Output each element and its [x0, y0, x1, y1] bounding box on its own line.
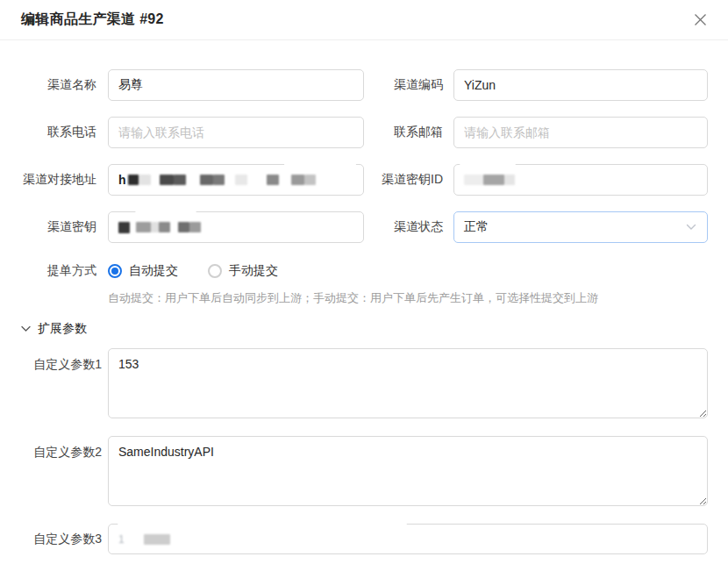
- redacted-value: [464, 175, 515, 185]
- radio-option-label: 自动提交: [129, 263, 178, 279]
- field-contact-phone: 联系电话: [12, 117, 364, 148]
- radio-selected-icon: [108, 264, 122, 278]
- redaction-blob: [284, 157, 356, 171]
- form-row: 渠道密钥 渠道状态: [12, 211, 728, 243]
- field-custom-param-1: 自定义参数1 153: [12, 348, 728, 418]
- field-channel-name: 渠道名称: [12, 69, 364, 101]
- channel-code-input[interactable]: [453, 69, 708, 101]
- field-channel-status: 渠道状态 正常: [364, 211, 708, 243]
- close-icon[interactable]: [691, 11, 709, 29]
- custom-param-2-textarea[interactable]: SameIndustryAPI: [108, 436, 708, 506]
- form-row: 联系电话 联系邮箱: [12, 117, 728, 148]
- custom-param-1-textarea[interactable]: 153: [108, 348, 708, 418]
- redacted-value: [144, 534, 170, 545]
- channel-code-label: 渠道编码: [364, 77, 443, 93]
- extended-params-section-toggle[interactable]: 扩展参数: [21, 321, 728, 337]
- radio-manual-submit[interactable]: 手动提交: [208, 263, 278, 279]
- channel-key-id-label: 渠道密钥ID: [364, 172, 443, 188]
- custom-param-1-label: 自定义参数1: [12, 348, 102, 373]
- channel-key-id-input[interactable]: [453, 164, 708, 196]
- channel-name-input[interactable]: [108, 69, 364, 101]
- field-channel-key-id: 渠道密钥ID: [364, 164, 708, 196]
- contact-phone-input[interactable]: [108, 117, 364, 148]
- channel-name-label: 渠道名称: [12, 77, 96, 93]
- custom-param-3-textarea[interactable]: 1: [108, 524, 708, 554]
- contact-email-label: 联系邮箱: [364, 125, 443, 140]
- field-submit-mode: 提单方式 自动提交 手动提交: [12, 263, 728, 279]
- submit-mode-help-text: 自动提交：用户下单后自动同步到上游；手动提交：用户下单后先产生订单，可选择性提交…: [108, 290, 728, 306]
- field-channel-code: 渠道编码: [364, 69, 708, 101]
- redacted-value: [128, 175, 316, 185]
- contact-email-input[interactable]: [453, 117, 708, 148]
- channel-secret-label: 渠道密钥: [12, 219, 96, 235]
- redacted-value-prefix: h: [118, 173, 126, 187]
- field-contact-email: 联系邮箱: [364, 117, 708, 148]
- radio-unselected-icon: [208, 264, 222, 278]
- modal-header: 编辑商品生产渠道 #92: [0, 0, 728, 40]
- redaction-blob: [460, 157, 516, 169]
- submit-mode-label: 提单方式: [12, 263, 96, 279]
- channel-secret-input[interactable]: [108, 211, 364, 243]
- redaction-blob: [135, 204, 196, 216]
- custom-param-2-label: 自定义参数2: [12, 436, 102, 460]
- modal-title: 编辑商品生产渠道 #92: [21, 11, 164, 29]
- channel-status-value: 正常: [464, 219, 489, 235]
- field-channel-api-url: 渠道对接地址 h: [12, 164, 364, 196]
- form-row: 渠道对接地址 h: [12, 164, 728, 196]
- redacted-value-prefix: 1: [118, 533, 125, 546]
- channel-api-url-input[interactable]: h: [108, 164, 364, 196]
- redacted-value: [118, 222, 201, 233]
- radio-option-label: 手动提交: [229, 263, 278, 279]
- chevron-down-icon: [686, 224, 696, 231]
- chevron-down-icon: [21, 325, 31, 332]
- channel-status-label: 渠道状态: [364, 219, 443, 235]
- radio-auto-submit[interactable]: 自动提交: [108, 263, 178, 279]
- custom-param-3-label: 自定义参数3: [12, 524, 102, 547]
- channel-status-select[interactable]: 正常: [453, 211, 708, 243]
- field-custom-param-2: 自定义参数2 SameIndustryAPI: [12, 436, 728, 506]
- redaction-blob: [118, 516, 407, 530]
- contact-phone-label: 联系电话: [12, 125, 96, 140]
- extended-params-section-label: 扩展参数: [38, 321, 87, 337]
- channel-api-url-label: 渠道对接地址: [12, 172, 96, 188]
- edit-channel-form: 渠道名称 渠道编码 联系电话 联系邮箱 渠道对接地址 h: [0, 40, 728, 554]
- field-channel-secret: 渠道密钥: [12, 211, 364, 243]
- field-custom-param-3: 自定义参数3 1: [12, 524, 728, 554]
- form-row: 渠道名称 渠道编码: [12, 69, 728, 101]
